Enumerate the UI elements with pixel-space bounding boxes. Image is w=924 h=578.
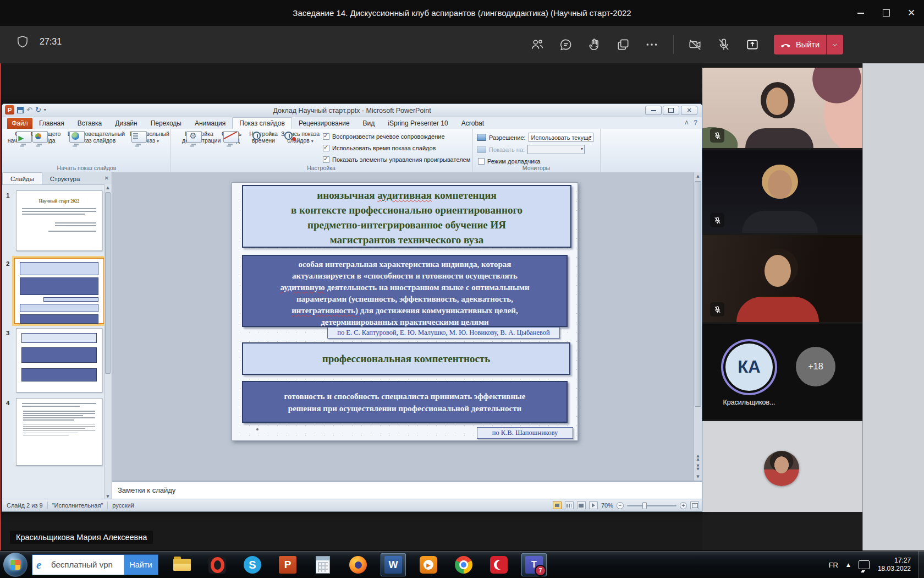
tab-transitions[interactable]: Переходы — [144, 118, 188, 129]
taskbar-chrome[interactable] — [451, 553, 476, 576]
zoom-in-button[interactable]: + — [680, 502, 687, 509]
normal-view-button[interactable] — [553, 501, 562, 509]
display-network-icon[interactable] — [859, 560, 870, 569]
tab-design[interactable]: Дизайн — [108, 118, 144, 129]
share-screen-icon[interactable] — [745, 37, 760, 52]
setup-show-button[interactable]: ⚙ Настройка демонстрации — [182, 130, 216, 144]
taskbar-powerpoint[interactable]: P — [275, 553, 300, 576]
start-button[interactable] — [3, 553, 28, 577]
overflow-participants-badge[interactable]: +18 — [796, 347, 835, 386]
hide-slide-button[interactable]: Скрыть слайд — [217, 130, 246, 144]
tab-file[interactable]: Файл — [7, 118, 32, 129]
close-pane-icon[interactable]: ✕ — [105, 175, 109, 181]
competence-box[interactable]: профессиональная компетентность — [242, 342, 570, 375]
next-slide-button[interactable]: ▼▼ — [694, 463, 702, 472]
from-current-slide-button[interactable]: С текущего слайда — [29, 130, 62, 144]
pane-scrollbar[interactable]: ▲ ▼ — [104, 184, 112, 500]
zoom-slider-thumb[interactable] — [642, 502, 647, 509]
presenter-view-checkbox[interactable]: Режим докладчика — [478, 158, 540, 165]
participant-video-3[interactable] — [702, 235, 862, 322]
undo-icon[interactable]: ↶ — [26, 106, 32, 114]
show-desktop-button[interactable] — [919, 551, 924, 578]
ribbon-collapse-icon[interactable]: ᐱ — [685, 120, 688, 126]
slide-thumbnail-4[interactable] — [16, 398, 102, 466]
play-narration-checkbox[interactable]: Воспроизвести речевое сопровождение — [323, 133, 445, 140]
chevron-down-icon[interactable] — [827, 35, 843, 54]
taskbar-media-player[interactable]: ▶ — [416, 553, 441, 576]
attribution-shaposhnikov[interactable]: по К.В. Шапошникову — [477, 427, 573, 439]
slide-thumbnail-1[interactable]: Научный старт 2022 — [16, 190, 102, 251]
editor-scrollbar[interactable]: ▲ ▲▲ ▼▼ ▼ — [694, 172, 702, 481]
tab-acrobat[interactable]: Acrobat — [455, 118, 491, 129]
taskbar-calculator[interactable] — [310, 553, 336, 576]
scroll-up-icon[interactable]: ▲ — [105, 184, 111, 192]
ppt-maximize-button[interactable] — [663, 106, 679, 115]
ppt-minimize-button[interactable] — [645, 106, 662, 115]
search-button[interactable]: Найти — [124, 555, 158, 575]
language-indicator[interactable]: русский — [112, 502, 134, 509]
raise-hand-icon[interactable] — [587, 37, 602, 52]
zoom-slider[interactable] — [627, 505, 676, 506]
previous-slide-button[interactable]: ▲▲ — [694, 453, 702, 462]
slide-sorter-view-button[interactable] — [565, 501, 574, 509]
camera-off-icon[interactable] — [688, 37, 702, 52]
zoom-out-button[interactable]: − — [617, 502, 624, 509]
use-timings-checkbox[interactable]: Использовать время показа слайдов — [323, 145, 436, 151]
reading-view-button[interactable] — [577, 501, 586, 509]
slide-canvas[interactable]: иноязычная аудитивная компетенция в конт… — [232, 182, 578, 441]
taskbar-search[interactable]: e бесплатный vpn Найти — [32, 554, 158, 575]
slideshow-view-button[interactable] — [589, 501, 598, 509]
tab-insert[interactable]: Вставка — [71, 118, 109, 129]
tab-animations[interactable]: Анимация — [188, 118, 232, 129]
participant-video-2[interactable] — [702, 150, 862, 233]
self-video-avatar[interactable] — [764, 451, 799, 486]
slide-thumbnail-3[interactable] — [16, 328, 102, 392]
editor-scroll-thumb[interactable] — [695, 181, 701, 407]
notes-pane[interactable]: Заметки к слайду — [112, 481, 702, 500]
taskbar-opera[interactable] — [205, 553, 230, 576]
help-icon[interactable]: ? — [694, 119, 697, 127]
resolution-select[interactable]: Использовать текущее... ▾ — [529, 133, 593, 142]
taskbar-skype[interactable]: S — [240, 553, 265, 576]
participants-icon[interactable] — [530, 37, 544, 52]
redo-icon[interactable]: ↻ — [35, 106, 41, 114]
more-options-icon[interactable] — [645, 37, 659, 52]
tab-slideshow[interactable]: Показ слайдов — [232, 117, 292, 129]
powerpoint-logo-icon[interactable]: P — [5, 105, 14, 114]
from-start-button[interactable]: ▶ С начала — [6, 130, 29, 144]
broadcast-slideshow-button[interactable]: Широковещательный показ слайдов — [64, 130, 129, 144]
show-media-controls-checkbox[interactable]: Показать элементы управления проигрывате… — [323, 156, 470, 163]
language-indicator[interactable]: FR — [829, 561, 838, 569]
attribution-authors[interactable]: по Е. С. Каптуровой, Е. Ю. Малушко, М. Ю… — [327, 327, 560, 339]
search-input[interactable]: бесплатный vpn — [51, 555, 113, 575]
tab-view[interactable]: Вид — [356, 118, 382, 129]
slide-title-box[interactable]: иноязычная аудитивная компетенция в конт… — [242, 185, 571, 248]
taskbar-media-app[interactable] — [486, 553, 512, 576]
participant-video-1[interactable] — [702, 68, 862, 148]
pane-scroll-thumb[interactable] — [105, 192, 111, 374]
minimize-button[interactable] — [848, 0, 873, 26]
chat-icon[interactable] — [559, 37, 573, 52]
participant-avatar-tile[interactable]: КА +18 Красильщиков... — [702, 324, 862, 419]
definition-box[interactable]: особая интегральная характеристика индив… — [242, 255, 568, 327]
rehearse-timings-button[interactable]: Настройка времени — [247, 130, 280, 144]
readiness-box[interactable]: готовность и способность специалиста при… — [242, 381, 568, 423]
taskbar-word-active[interactable]: W — [381, 553, 406, 576]
close-button[interactable]: ✕ — [899, 0, 924, 26]
record-slideshow-button[interactable]: Запись показа слайдов ▾ — [280, 130, 321, 145]
scroll-down-icon[interactable]: ▼ — [694, 473, 702, 481]
qat-dropdown-icon[interactable]: ▾ — [44, 106, 46, 114]
tab-slides[interactable]: Слайды — [2, 172, 42, 184]
maximize-button[interactable] — [873, 0, 899, 26]
tab-ispring[interactable]: iSpring Presenter 10 — [381, 118, 454, 129]
taskbar-explorer[interactable] — [169, 553, 195, 576]
custom-slideshow-button[interactable]: Произвольный показ ▾ — [129, 130, 170, 145]
save-icon[interactable] — [17, 107, 24, 113]
fit-to-window-button[interactable] — [690, 501, 699, 509]
tray-expand-icon[interactable]: ▲ — [846, 562, 850, 568]
taskbar-firefox[interactable] — [345, 553, 371, 576]
leave-button[interactable]: Выйти — [774, 35, 843, 54]
ppt-close-button[interactable]: ✕ — [681, 106, 697, 115]
slide-thumbnail-2-selected[interactable] — [14, 258, 105, 324]
tab-review[interactable]: Рецензирование — [292, 118, 356, 129]
